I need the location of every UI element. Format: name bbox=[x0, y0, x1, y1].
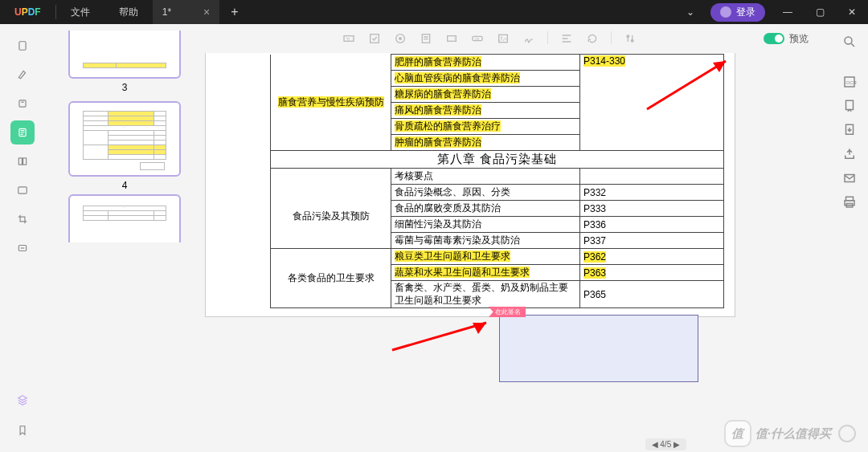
thumbnail-panel: 3 · 4 · bbox=[44, 24, 205, 452]
checkbox-icon[interactable] bbox=[367, 31, 382, 46]
svg-text:OK: OK bbox=[475, 37, 480, 41]
menu-file[interactable]: 文件 bbox=[56, 6, 104, 19]
tool-form-icon[interactable] bbox=[10, 120, 35, 145]
svg-rect-16 bbox=[499, 35, 508, 42]
tool-highlight-icon[interactable] bbox=[10, 63, 35, 87]
login-button[interactable]: 登录 bbox=[710, 3, 765, 22]
reset-icon[interactable] bbox=[585, 31, 600, 46]
annotation-arrow-1 bbox=[639, 53, 735, 113]
window-minimize[interactable]: — bbox=[772, 6, 804, 18]
tab-title: 1* bbox=[162, 6, 171, 18]
settings-icon[interactable] bbox=[623, 31, 637, 46]
tool-page-icon[interactable] bbox=[10, 34, 35, 58]
document-area: T| OK 预览 膳食营养与慢性疾病 bbox=[205, 24, 831, 452]
button-field-icon[interactable]: OK bbox=[470, 31, 485, 46]
document-tab[interactable]: 1* × bbox=[153, 0, 220, 24]
tool-text-icon[interactable] bbox=[10, 92, 35, 116]
svg-point-17 bbox=[501, 37, 502, 39]
page-number-3: 3 bbox=[52, 82, 197, 93]
page-number-4: 4 bbox=[52, 180, 197, 191]
listbox-icon[interactable] bbox=[419, 31, 433, 46]
layers-icon[interactable] bbox=[10, 388, 35, 412]
svg-point-22 bbox=[845, 37, 852, 44]
svg-rect-25 bbox=[846, 100, 854, 109]
chevron-down-icon[interactable]: ⌄ bbox=[677, 6, 704, 18]
menu-help[interactable]: 帮助 bbox=[104, 6, 153, 19]
tab-close-icon[interactable]: × bbox=[203, 6, 210, 18]
email-icon[interactable] bbox=[841, 170, 858, 186]
right-rail: OCR bbox=[831, 24, 868, 452]
svg-text:T|: T| bbox=[346, 37, 350, 42]
svg-rect-0 bbox=[18, 42, 25, 51]
save-icon[interactable] bbox=[841, 122, 858, 138]
annotation-arrow-2 bbox=[386, 316, 494, 356]
app-logo: UPDF bbox=[0, 6, 55, 18]
window-maximize[interactable]: ▢ bbox=[804, 6, 836, 18]
align-icon[interactable] bbox=[559, 31, 574, 46]
svg-rect-3 bbox=[18, 158, 22, 165]
app-body: 3 · 4 · bbox=[0, 24, 868, 452]
form-toolbar: T| OK 预览 bbox=[205, 24, 831, 53]
signature-field-icon[interactable] bbox=[522, 31, 536, 46]
text-field-icon[interactable]: T| bbox=[342, 31, 356, 46]
svg-line-18 bbox=[647, 61, 726, 109]
svg-rect-4 bbox=[23, 158, 26, 165]
svg-rect-1 bbox=[18, 100, 25, 107]
toggle-switch[interactable] bbox=[764, 33, 784, 44]
tool-crop-icon[interactable] bbox=[10, 207, 35, 231]
new-tab-button[interactable]: + bbox=[219, 5, 249, 19]
search-icon[interactable] bbox=[841, 34, 858, 50]
svg-point-11 bbox=[399, 37, 402, 40]
svg-rect-5 bbox=[18, 187, 27, 193]
page-viewport[interactable]: 膳食营养与慢性疾病预防肥胖的膳食营养防治P314-330 心脑血管疾病的膳食营养… bbox=[205, 53, 831, 452]
signature-field[interactable]: 在此签名 bbox=[499, 315, 698, 382]
watermark: 值 值·什么值得买 bbox=[724, 420, 856, 447]
titlebar: UPDF 文件 帮助 1* × + ⌄ 登录 — ▢ ✕ bbox=[0, 0, 868, 24]
ocr-icon[interactable]: OCR bbox=[841, 74, 858, 90]
svg-line-20 bbox=[392, 323, 486, 350]
thumbnail-page-5[interactable]: · bbox=[68, 194, 181, 242]
svg-rect-9 bbox=[371, 35, 379, 43]
left-rail bbox=[0, 24, 44, 452]
convert-icon[interactable] bbox=[841, 98, 858, 114]
tool-redact-icon[interactable] bbox=[10, 236, 35, 260]
thumbnail-page-4[interactable]: · bbox=[68, 101, 181, 177]
window-close[interactable]: ✕ bbox=[836, 6, 868, 18]
radio-icon[interactable] bbox=[393, 31, 407, 46]
tool-organize-icon[interactable] bbox=[10, 149, 35, 173]
thumbnail-page-3[interactable] bbox=[68, 31, 181, 79]
svg-text:OCR: OCR bbox=[846, 80, 858, 85]
tool-watermark-icon[interactable] bbox=[10, 178, 35, 202]
avatar-icon bbox=[720, 6, 731, 18]
page-indicator[interactable]: ◀ 4/5 ▶ bbox=[645, 438, 686, 450]
share-icon[interactable] bbox=[841, 146, 858, 162]
bookmark-icon[interactable] bbox=[10, 418, 35, 442]
svg-marker-21 bbox=[473, 323, 486, 334]
print-icon[interactable] bbox=[841, 194, 858, 210]
preview-toggle[interactable]: 预览 bbox=[764, 32, 815, 46]
dropdown-icon[interactable] bbox=[444, 31, 459, 46]
image-field-icon[interactable] bbox=[496, 31, 510, 46]
